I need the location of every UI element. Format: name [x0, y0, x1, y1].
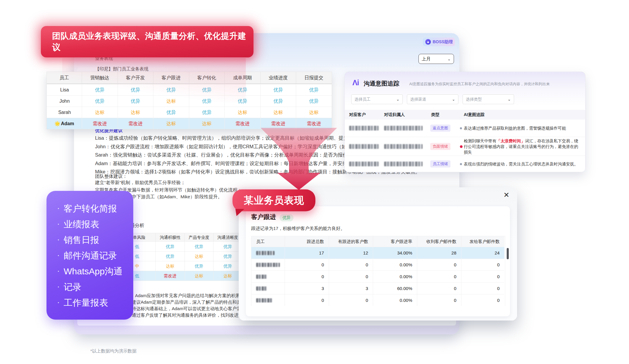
report-list-item[interactable]: ・ 客户转化简报 — [55, 201, 133, 217]
filter-placeholder: 选择类型 — [466, 97, 482, 102]
boss-assistant-button[interactable]: ◆ BOSS助理 — [423, 38, 455, 46]
intent-note: 表现出强烈的情绪波动，需关注员工心理状态并及时沟通安抚。 — [464, 161, 581, 167]
team-suggestion-line-cut: 中下游员工（如Adam、Mike）阶段性提升。 — [132, 194, 222, 200]
table-row: Lisa 优异 优异 优异 优异 优异 优异 优异 — [47, 84, 332, 95]
report-list-item[interactable]: ・ 工作量报表 — [55, 295, 133, 311]
report-item-label: WhatsApp沟通 — [64, 265, 122, 278]
employee-rating-table: 员工营销触达客户开发客户跟进客户转化成单周期业绩进度日报提交 Lisa 优异 优… — [46, 72, 332, 129]
follow-up-title: 客户跟进 — [251, 213, 276, 221]
headline-text: 团队成员业务表现评级、沟通质量分析、优化提升建议 — [41, 30, 253, 53]
col-header-intent: AI意图追踪 — [464, 110, 484, 120]
filter-placeholder: 选择员工 — [354, 97, 370, 102]
table-row: 17 12 34.00% 28 24 — [251, 247, 505, 259]
cell-customers-followed: 3 — [329, 282, 373, 294]
intent-type-badge: 员工情绪 — [430, 160, 450, 167]
filter-select[interactable]: 选择员工 ⌄ — [351, 94, 403, 104]
boss-assistant-label: BOSS助理 — [433, 39, 453, 45]
cell-followup-rate: 0.00% — [373, 259, 417, 270]
cell-customers-followed: 0 — [329, 270, 373, 282]
ai-panel-title: 沟通意图追踪 — [364, 80, 399, 88]
blurred-employee-name — [256, 298, 272, 302]
cell-followup-rate: 60.00% — [373, 282, 417, 294]
table-row: 低 优异 优异 优异 — [119, 241, 242, 251]
rating-col-header: 成单周期 — [224, 72, 260, 84]
rating-col-header: 客户开发 — [118, 72, 153, 84]
table-row: 0 0 0.00% 0 0 — [251, 270, 505, 282]
col-header-owner: 对话归属人 — [384, 110, 405, 120]
cell-emails-sent: 24 — [461, 247, 504, 259]
report-list-item[interactable]: ・ WhatsApp沟通 — [55, 264, 133, 279]
table-row: 低 需改进 达标 达标 — [119, 271, 242, 281]
cell-emails-sent: 0 — [461, 294, 504, 306]
table-row: 中 达标 优异 优异 — [119, 261, 242, 271]
intent-type-badge: 返点意图 — [430, 125, 450, 132]
report-list-item[interactable]: ・ 记录 — [55, 279, 133, 295]
bullet-icon: ・ — [55, 268, 61, 276]
report-item-label: 邮件沟通记录 — [64, 250, 117, 262]
analysis-col-header: 产品专业度 — [184, 233, 213, 241]
period-select[interactable]: 上月 ⌄ — [418, 54, 454, 64]
rating-body: Lisa 优异 优异 优异 优异 优异 优异 优异 John 优异 优异 达标 … — [47, 84, 332, 129]
bullet-icon: ・ — [55, 220, 61, 228]
rating-badge: 优异 — [280, 214, 293, 221]
bullet-icon: ・ — [55, 252, 61, 260]
report-list-item[interactable]: ・ 邮件沟通记录 — [55, 248, 133, 264]
intent-note: 检测到聊天中带有「太浪费时间」词汇，存在涉及私下交易，绕行公司流程等敏感内容，请… — [464, 138, 581, 155]
filter-select[interactable]: 选择类型 ⌄ — [463, 94, 514, 104]
chevron-down-icon: ⌄ — [452, 97, 455, 102]
cell-emails-sent: 0 — [461, 270, 504, 282]
scrollbar-thumb[interactable] — [507, 248, 509, 259]
cell-emails-sent: 0 — [461, 282, 504, 294]
table-row: 0 0 0.00% 0 0 — [251, 259, 505, 270]
filter-select[interactable]: 选择渠道 ⌄ — [407, 94, 458, 104]
report-list-item[interactable]: ・ 销售日报 — [55, 232, 133, 248]
analysis-col-header: 沟通积极性 — [155, 233, 184, 241]
cell-customers-followed: 0 — [329, 259, 373, 270]
blurred-customer-name — [349, 126, 379, 131]
report-item-label: 业绩报表 — [64, 218, 99, 231]
report-item-label: 记录 — [64, 281, 81, 293]
rating-col-header: 业绩进度 — [260, 72, 296, 84]
cell-followup-rate: 0.00% — [373, 270, 417, 282]
blurred-owner-name — [384, 126, 423, 131]
communication-analysis-table: 飞单风险沟通积极性产品专业度沟通清晰度 低 优异 优异 优异 低 优异 达标 优… — [118, 233, 243, 281]
status-dot-icon — [460, 127, 462, 129]
report-list-item[interactable]: ・ 业绩报表 — [55, 217, 133, 232]
rating-header-row: 员工营销触达客户开发客户跟进客户转化成单周期业绩进度日报提交 — [47, 72, 332, 84]
cell-followup-rate: 34.00% — [373, 247, 417, 259]
table-row: 0 0 0.00% 0 0 — [251, 294, 505, 306]
col-header-type: 类型 — [431, 110, 439, 120]
rating-col-header: 营销触达 — [82, 72, 118, 84]
blurred-employee-name — [256, 286, 267, 291]
analysis-header-row: 飞单风险沟通积极性产品专业度沟通清晰度 — [119, 233, 242, 241]
rating-col-header: 日报提交 — [296, 72, 332, 84]
cell-emails-received: 0 — [417, 282, 461, 294]
follow-up-col-header: 发给客户邮件数 — [461, 236, 504, 247]
close-icon[interactable]: ✕ — [503, 191, 509, 199]
report-item-label: 销售日报 — [64, 234, 99, 246]
salesrep-callout-badge: 某业务员表现 — [232, 189, 315, 211]
ai-filters: 选择员工 ⌄ 选择渠道 ⌄ 选择类型 ⌄ — [351, 94, 514, 104]
demo-data-note: *以上数据均为演示数据 — [90, 348, 137, 354]
table-row: Sarah 达标 达标 优异 优异 达标 达标 达标 — [47, 107, 332, 118]
analysis-body: 低 优异 优异 优异 低 优异 达标 优异 中 达标 优异 优异 低 需改进 — [119, 241, 242, 281]
follow-up-table: 员工跟进总数有跟进的客户数客户跟进率收到客户邮件数发给客户邮件数 17 12 3… — [251, 236, 505, 306]
chevron-down-icon: ⌄ — [396, 97, 399, 102]
ai-logo-icon: Λi — [352, 78, 359, 87]
report-list-callout: ・ 客户转化简报 ・ 业绩报表 ・ 销售日报 ・ 邮件沟通记录 ・ WhatsA… — [46, 191, 133, 320]
employee-name: Adam — [61, 121, 74, 126]
status-dot-icon — [460, 145, 463, 148]
rating-col-header: 员工 — [47, 72, 82, 84]
status-dot-icon — [460, 163, 462, 165]
blurred-customer-name — [349, 162, 379, 166]
headline-banner: 团队成员业务表现评级、沟通质量分析、优化提升建议 — [41, 26, 253, 57]
salesrep-callout-label: 某业务员表现 — [244, 194, 304, 207]
cell-followup-rate: 0.00% — [373, 294, 417, 306]
bullet-icon: ・ — [55, 283, 61, 291]
analysis-col-header: 沟通清晰度 — [213, 233, 242, 241]
cell-emails-sent: 0 — [461, 259, 504, 270]
chevron-down-icon: ⌄ — [508, 97, 511, 102]
employee-name: Sarah — [58, 110, 71, 115]
blurred-employee-name — [256, 263, 280, 267]
table-row: 低 优异 达标 优异 — [119, 251, 242, 261]
